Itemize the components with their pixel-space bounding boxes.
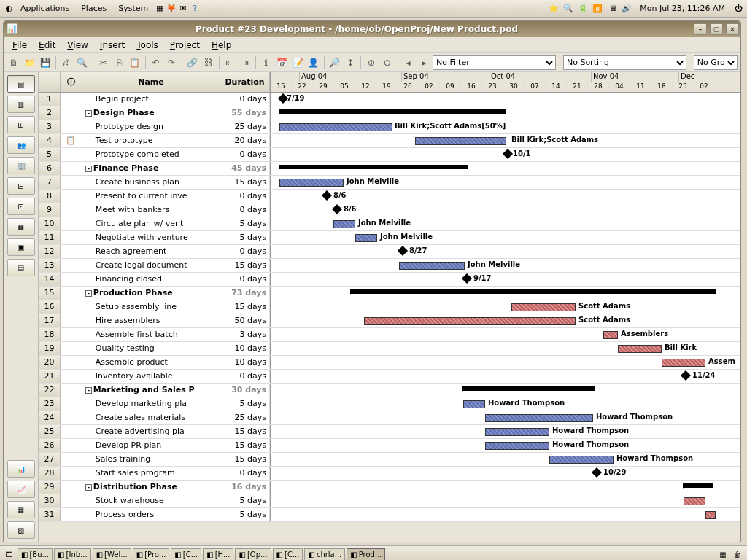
task-row[interactable]: 9Meet with bankers0 days8/6 [39, 203, 740, 217]
task-row[interactable]: 8Present to current inve0 days8/6 [39, 190, 740, 203]
gantt-cell[interactable]: Assemblers [271, 328, 740, 341]
row-number[interactable]: 7 [39, 176, 61, 189]
monitor-icon[interactable]: 🖥 [606, 3, 618, 15]
paste-icon[interactable]: 📋 [128, 55, 142, 70]
gantt-cell[interactable]: 11/24 [271, 370, 740, 383]
task-bar[interactable] [364, 317, 576, 325]
taskbar-item[interactable]: ◧[Op... [235, 548, 271, 561]
row-number[interactable]: 12 [39, 245, 61, 258]
task-row[interactable]: 7Create business plan15 daysJohn Melvill… [39, 176, 740, 190]
duration-cell[interactable]: 20 days [220, 134, 270, 147]
info-icon[interactable]: ℹ [259, 55, 274, 70]
task-row[interactable]: 25Create advertising pla15 daysHoward Th… [39, 425, 740, 439]
task-bar[interactable] [415, 137, 506, 145]
gantt-cell[interactable]: Assem [271, 356, 740, 369]
histogram-icon[interactable]: 📊 [7, 460, 35, 478]
gantt-cell[interactable]: 8/27 [271, 245, 740, 258]
menu-edit[interactable]: Edit [33, 40, 61, 50]
task-name-cell[interactable]: Create advertising pla [82, 425, 220, 438]
tracking-gantt-icon[interactable]: ▥ [7, 96, 35, 113]
task-name-cell[interactable]: Stock warehouse [82, 494, 220, 508]
next-icon[interactable]: ▸ [417, 55, 431, 70]
duration-cell[interactable]: 0 days [220, 190, 270, 203]
row-number[interactable]: 27 [39, 453, 61, 466]
outline-toggle-icon[interactable]: - [85, 484, 92, 491]
task-bar[interactable] [705, 511, 716, 519]
taskbar-item[interactable]: ◧[Bu... [18, 548, 53, 561]
goto-icon[interactable]: ↕ [343, 55, 357, 70]
new-icon[interactable]: 🗎 [7, 55, 21, 70]
task-bar[interactable] [549, 456, 614, 464]
taskbar-item[interactable]: ◧[Wel... [93, 548, 131, 561]
row-number[interactable]: 24 [39, 411, 61, 424]
row-number[interactable]: 17 [39, 314, 61, 327]
task-name-cell[interactable]: -Design Phase [82, 106, 220, 120]
taskbar-item[interactable]: ◧[H... [203, 548, 233, 561]
gantt-cell[interactable]: 10/1 [271, 148, 740, 161]
row-number[interactable]: 15 [39, 287, 61, 300]
header-duration[interactable]: Duration [220, 72, 270, 92]
task-row[interactable]: 26Develop PR plan15 daysHoward Thompson [39, 439, 740, 453]
gantt-cell[interactable]: 9/17 [271, 273, 740, 286]
row-number[interactable]: 29 [39, 481, 61, 494]
task-row[interactable]: 14Financing closed0 days9/17 [39, 273, 740, 287]
clock[interactable]: Mon Jul 23, 11:26 AM [635, 4, 729, 13]
gantt-cell[interactable] [271, 508, 740, 521]
duration-cell[interactable]: 45 days [220, 162, 270, 175]
task-bar[interactable] [399, 262, 465, 270]
link-icon[interactable]: 🔗 [185, 55, 200, 70]
task-row[interactable]: 28Start sales program0 days10/29 [39, 467, 740, 481]
duration-cell[interactable]: 10 days [220, 342, 270, 355]
row-number[interactable]: 4 [39, 134, 61, 147]
duration-cell[interactable]: 0 days [220, 467, 270, 480]
unlink-icon[interactable]: ⛓ [201, 55, 216, 70]
task-name-cell[interactable]: Process orders [82, 508, 220, 521]
task-usage-detail-icon[interactable]: ▦ [7, 501, 35, 518]
task-row[interactable]: 24Create sales materials25 daysHoward Th… [39, 411, 740, 425]
taskbar-item[interactable]: ◧chrla... [304, 548, 345, 561]
duration-cell[interactable]: 5 days [220, 217, 270, 230]
gantt-cell[interactable]: Scott Adams [271, 300, 740, 314]
gantt-cell[interactable] [271, 384, 740, 397]
row-number[interactable]: 21 [39, 370, 61, 383]
task-name-cell[interactable]: Develop marketing pla [82, 397, 220, 411]
task-bar[interactable] [333, 220, 355, 228]
task-row[interactable]: 22-Marketing and Sales P30 days [39, 384, 740, 397]
duration-cell[interactable]: 15 days [220, 439, 270, 452]
summary-bar[interactable] [463, 386, 595, 391]
gantt-cell[interactable]: 8/6 [271, 190, 740, 203]
redo-icon[interactable]: ↷ [164, 55, 179, 70]
notes-icon[interactable]: 📝 [290, 55, 305, 70]
indent-icon[interactable]: ⇥ [238, 55, 252, 70]
task-name-cell[interactable]: Create legal document [82, 259, 220, 272]
taskbar-item[interactable]: ◧[C... [171, 548, 201, 561]
task-row[interactable]: 23Develop marketing pla5 daysHoward Thom… [39, 397, 740, 411]
task-bar[interactable] [463, 400, 485, 408]
duration-cell[interactable]: 55 days [220, 106, 270, 120]
resource-usage-detail-icon[interactable]: ▧ [7, 521, 35, 539]
gantt-cell[interactable]: 10/29 [271, 467, 740, 480]
task-bar[interactable] [618, 345, 662, 353]
gantt-cell[interactable] [271, 494, 740, 508]
row-number[interactable]: 19 [39, 342, 61, 355]
header-indicator[interactable]: ⓘ [61, 72, 82, 92]
header-rownum[interactable] [39, 72, 61, 92]
gantt-cell[interactable]: Bill Kirk;Scott Adams[50%] [271, 120, 740, 133]
duration-cell[interactable]: 10 days [220, 356, 270, 369]
gantt-cell[interactable]: Howard Thompson [271, 453, 740, 466]
task-name-cell[interactable]: Negotiate with venture [82, 231, 220, 244]
row-number[interactable]: 26 [39, 439, 61, 452]
outdent-icon[interactable]: ⇤ [222, 55, 236, 70]
milestone-marker[interactable] [332, 204, 342, 214]
task-row[interactable]: 27Sales training15 daysHoward Thompson [39, 453, 740, 467]
duration-cell[interactable]: 50 days [220, 314, 270, 327]
task-name-cell[interactable]: Financing closed [82, 273, 220, 286]
duration-cell[interactable]: 5 days [220, 494, 270, 508]
duration-cell[interactable]: 25 days [220, 411, 270, 424]
prev-icon[interactable]: ◂ [401, 55, 416, 70]
mail-icon[interactable]: ✉ [177, 3, 189, 15]
task-row[interactable]: 16Setup assembly line15 daysScott Adams [39, 300, 740, 314]
milestone-marker[interactable] [681, 370, 691, 381]
gantt-cell[interactable]: 8/6 [271, 203, 740, 217]
row-number[interactable]: 25 [39, 425, 61, 438]
